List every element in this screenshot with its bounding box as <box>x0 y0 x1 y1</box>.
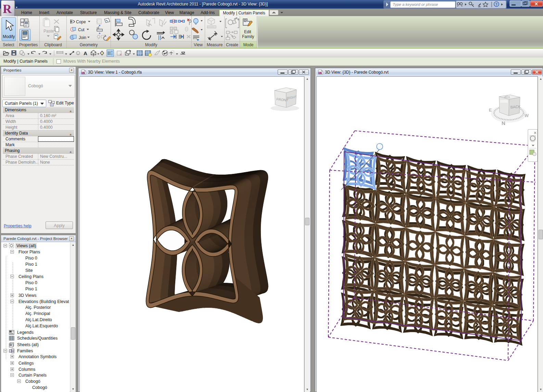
svg-text:Cut: Cut <box>78 27 85 32</box>
svg-text:Piso 0: Piso 0 <box>25 256 37 261</box>
svg-text:RVT: RVT <box>82 72 86 74</box>
svg-text:BACK: BACK <box>510 104 521 109</box>
svg-text:Alç.Lat.Esquerdo: Alç.Lat.Esquerdo <box>25 324 58 328</box>
svg-text:Cobogó: Cobogó <box>32 385 47 390</box>
svg-text:Site: Site <box>25 268 33 273</box>
svg-text:Join: Join <box>79 35 86 40</box>
svg-text:RVT: RVT <box>319 72 323 74</box>
svg-text:Views (all): Views (all) <box>16 243 36 248</box>
svg-text:Alç. Posterior: Alç. Posterior <box>25 305 51 310</box>
svg-text:Edit: Edit <box>244 29 251 34</box>
svg-text:✕: ✕ <box>534 1 538 7</box>
svg-text:3D Views: 3D Views <box>18 293 37 298</box>
svg-text:A: A <box>84 50 87 56</box>
svg-text:Ceiling Plans: Ceiling Plans <box>18 274 43 279</box>
svg-text:Elevations (Building Elevatio: Elevations (Building Elevatio <box>18 299 69 304</box>
svg-text:Cope: Cope <box>76 20 86 24</box>
svg-text:Annotation Symbols: Annotation Symbols <box>18 354 56 359</box>
svg-text:E: E <box>489 108 492 113</box>
svg-text:Type a keyword or phrase: Type a keyword or phrase <box>393 2 438 7</box>
svg-text:Piso 0: Piso 0 <box>25 280 37 285</box>
svg-text:Legends: Legends <box>17 330 34 335</box>
svg-text:R: R <box>3 2 12 16</box>
svg-text:N: N <box>502 120 505 126</box>
svg-text:Modify: Modify <box>3 34 15 39</box>
svg-text:Paste: Paste <box>43 29 54 34</box>
svg-text:W: W <box>525 113 529 118</box>
svg-text:Schedules/Quantities: Schedules/Quantities <box>17 336 58 341</box>
svg-text:Sheets (all): Sheets (all) <box>17 342 39 347</box>
svg-text:Families: Families <box>17 349 33 353</box>
svg-text:Columns: Columns <box>18 367 35 372</box>
svg-text:1: 1 <box>77 52 79 55</box>
svg-text:Piso 1: Piso 1 <box>25 262 37 267</box>
svg-text:Piso 1: Piso 1 <box>25 287 37 291</box>
svg-text:Ceilings: Ceilings <box>18 361 34 366</box>
svg-text:Alç.Lat.Direito: Alç.Lat.Direito <box>25 317 52 322</box>
svg-text:Alç. Principal: Alç. Principal <box>25 311 50 316</box>
svg-text:Floor Plans: Floor Plans <box>18 250 40 254</box>
svg-text:Family: Family <box>242 34 254 39</box>
svg-text:Curtain Panels: Curtain Panels <box>18 373 47 378</box>
svg-text:TOP: TOP <box>504 95 510 99</box>
svg-text:Cobogó: Cobogó <box>25 379 40 384</box>
svg-text:?: ? <box>495 2 498 7</box>
